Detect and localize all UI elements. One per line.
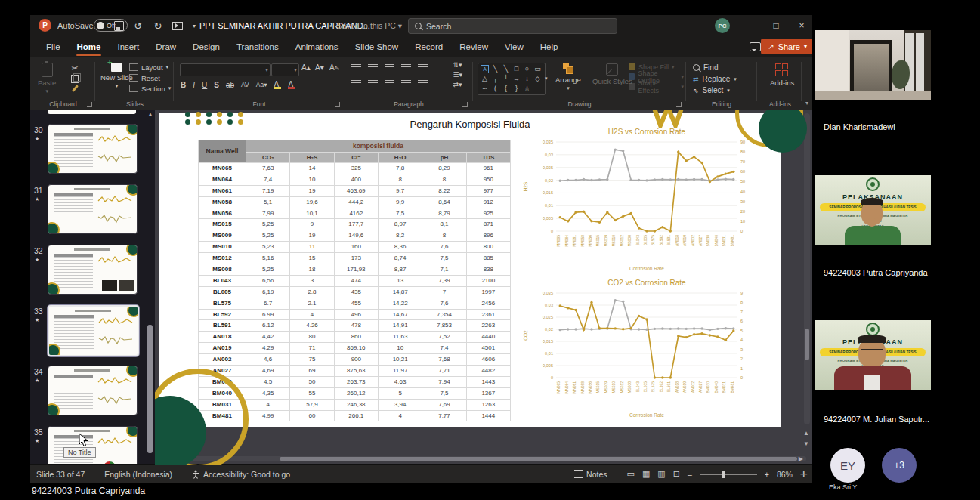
reset-button[interactable]: Reset [129,73,171,83]
shrink-font-icon[interactable]: A▾ [315,63,324,72]
search-input[interactable]: Search [408,18,617,34]
change-case-button[interactable]: Aa▾ [256,81,267,88]
restore-button[interactable]: □ [765,15,787,36]
minimize-button[interactable]: – [739,15,762,36]
scroll-up-icon[interactable]: ▲ [147,111,153,118]
slide-thumbnail-34[interactable]: 34★ [30,366,155,420]
highlight-color-button[interactable]: A [274,80,281,89]
strikethrough-button[interactable]: ab [226,81,234,89]
slide-thumbnail-31[interactable]: 31★ [30,184,155,239]
layout-button[interactable]: Layout▾ [129,62,171,73]
quick-styles-button[interactable]: Quick Styles [592,63,632,85]
previous-slide-icon[interactable]: ▲ [803,430,809,437]
columns-icon[interactable] [418,80,428,87]
menu-tab-file[interactable]: File [38,36,69,57]
horizontal-scrollbar[interactable] [156,456,806,461]
menu-tab-record[interactable]: Record [407,36,451,57]
menu-tab-help[interactable]: Help [532,36,567,57]
start-presentation-icon[interactable] [169,15,186,36]
decrease-indent-icon[interactable] [385,64,394,71]
shadow-button[interactable]: S [214,81,219,89]
fit-slide-icon[interactable]: ✛ [800,469,808,480]
zoom-slider-thumb[interactable] [722,471,725,478]
shape-effects-button[interactable]: Shape Effects▾ [629,82,684,91]
menu-tab-transitions[interactable]: Transitions [228,36,287,57]
clipboard-dialog-launcher[interactable] [87,102,92,107]
slide-thumbnail-32[interactable]: 32★ [30,245,155,299]
zoom-slider[interactable] [700,474,757,475]
account-avatar[interactable]: PC [715,18,730,33]
zoom-in-icon[interactable]: + [765,470,769,479]
find-button[interactable]: Find [693,62,737,73]
bold-button[interactable]: B [181,81,186,89]
participant-avatar[interactable]: EY [830,448,865,483]
slide-number-status[interactable]: Slide 33 of 47 [36,470,85,479]
paste-button[interactable]: Paste▾ [38,63,56,94]
paragraph-dialog-launcher[interactable] [462,102,468,107]
comments-icon[interactable] [750,36,761,57]
scroll-right-icon[interactable]: ▶ [799,455,803,462]
align-right-icon[interactable] [385,80,394,87]
menu-tab-home[interactable]: Home [69,36,110,57]
line-spacing-icon[interactable] [418,64,428,71]
participant-video[interactable] [815,30,931,100]
font-color-button[interactable]: A [288,80,295,89]
char-spacing-button[interactable]: AV [241,81,249,88]
text-direction-icon[interactable]: ⇅▾ [453,61,462,69]
zoom-out-icon[interactable]: – [688,470,692,479]
grow-font-icon[interactable]: A▴ [301,63,311,72]
align-text-icon[interactable]: ☰▾ [453,71,462,79]
font-size-combo[interactable]: ▾ [271,63,299,76]
select-button[interactable]: ⇖Select▾ [693,85,737,96]
font-name-combo[interactable]: ▾ [180,63,271,76]
align-center-icon[interactable] [368,80,378,87]
participant-video[interactable]: PELAKSANAAN SEMINAR PROPOSAL/SEMINAR HAS… [815,175,931,245]
language-status[interactable]: English (Indonesia) [104,470,172,479]
save-icon[interactable] [110,15,127,36]
slide-thumbnail-30[interactable]: 30★ [30,124,155,178]
slideshow-view-icon[interactable]: ⊡ [673,469,680,479]
thumbnail-preview[interactable] [48,124,138,174]
menu-tab-animations[interactable]: Animations [287,36,347,57]
replace-button[interactable]: ⇄Replace▾ [693,73,737,85]
zoom-level[interactable]: 86% [777,470,793,479]
addins-button[interactable]: Add-ins [770,63,794,87]
menu-tab-draw[interactable]: Draw [147,36,184,57]
participant-video[interactable]: PELAKSANAAN SEMINAR PROPOSAL/SEMINAR HAS… [815,320,931,390]
font-dialog-launcher[interactable] [335,102,340,107]
thumbnail-preview[interactable] [48,305,139,356]
italic-button[interactable]: I [193,81,195,89]
menu-tab-view[interactable]: View [496,36,532,57]
drawing-dialog-launcher[interactable] [676,102,682,107]
collapse-ribbon-icon[interactable]: ▾ [805,100,808,106]
smartart-icon[interactable]: ⇄▾ [453,81,462,88]
thumbnail-preview[interactable] [48,426,138,465]
arrange-button[interactable]: Arrange▾ [555,63,581,91]
normal-view-icon[interactable]: ▭ [627,469,635,479]
thumbnail-preview[interactable] [48,366,138,415]
overflow-participants-avatar[interactable]: +3 [882,448,917,483]
copy-icon[interactable] [71,75,79,83]
vertical-scrollbar[interactable] [804,113,810,424]
thumbnail-preview[interactable] [48,184,138,234]
menu-tab-review[interactable]: Review [451,36,496,57]
align-left-icon[interactable] [351,80,361,87]
cut-icon[interactable]: ✂ [71,63,78,73]
reading-view-icon[interactable]: ▥ [657,469,665,479]
thumbnail-scrollbar[interactable]: ▲ [147,110,153,465]
bullets-icon[interactable] [351,64,361,71]
slide-thumbnail-35[interactable]: 35★ [30,426,155,465]
share-button[interactable]: ↗ Share▾ [761,39,812,54]
justify-icon[interactable] [401,80,411,87]
partial-thumbnail[interactable] [48,110,136,114]
shapes-more-icon[interactable]: ▾ [545,76,548,82]
redo-icon[interactable]: ↻ [150,15,166,36]
slide-thumbnail-33[interactable]: 33★ [30,305,155,360]
slide-sorter-view-icon[interactable]: ▦ [642,469,650,479]
accessibility-status[interactable]: Accessibility: Good to go [192,470,290,479]
thumbnail-preview[interactable] [48,245,138,295]
menu-tab-slide-show[interactable]: Slide Show [347,36,407,57]
undo-icon[interactable]: ↺ [130,15,147,36]
menu-tab-design[interactable]: Design [184,36,228,57]
clear-formatting-icon[interactable]: A✎ [329,63,339,72]
